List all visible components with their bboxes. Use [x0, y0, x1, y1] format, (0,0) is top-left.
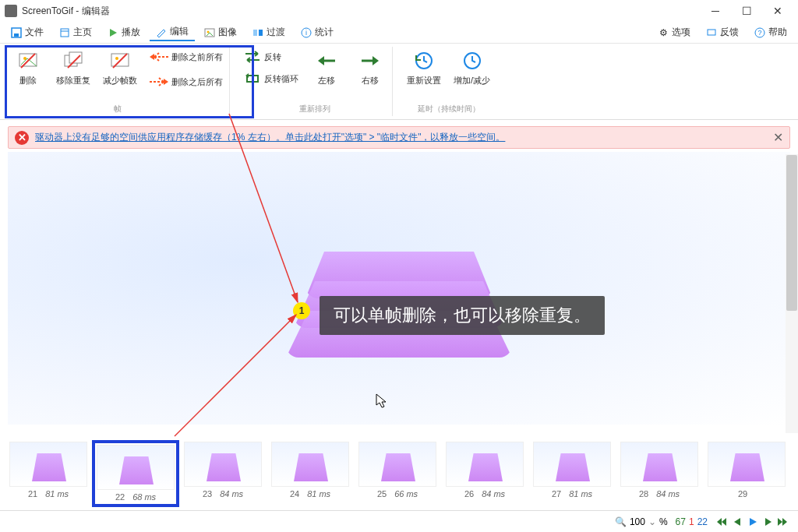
reset-button[interactable]: 重新设置 [405, 48, 443, 88]
image-icon [204, 27, 215, 38]
app-icon [5, 5, 17, 17]
thumb-image [184, 442, 262, 487]
inc-dec-button[interactable]: 增加/减少 [452, 48, 492, 88]
warning-bar: ✕ 驱动器上没有足够的空间供应用程序存储缓存（1% 左右）。单击此处打开"选项"… [8, 126, 790, 149]
thumb-26[interactable]: 2684 ms [441, 440, 528, 507]
nav-buttons [715, 516, 790, 528]
feedback-icon [706, 27, 717, 38]
menu-stats[interactable]: i统计 [295, 24, 340, 41]
warning-close-button[interactable]: ✕ [773, 130, 783, 145]
prev-button[interactable] [731, 516, 743, 528]
remove-duplicates-button[interactable]: 移除重复 [55, 48, 92, 88]
menu-image[interactable]: 图像 [198, 24, 243, 41]
clock-adjust-icon [461, 50, 483, 72]
thumb-image [97, 445, 175, 490]
thumb-27[interactable]: 2781 ms [528, 440, 616, 507]
menu-feedback[interactable]: 反馈 [700, 24, 745, 41]
svg-marker-36 [750, 518, 757, 526]
thumb-21[interactable]: 2181 ms [5, 440, 92, 507]
preview-vscrollbar[interactable] [786, 154, 798, 433]
group-label-frame: 帧 [114, 104, 122, 115]
svg-marker-26 [318, 56, 324, 65]
preview-area[interactable] [8, 152, 790, 425]
ribbon-group-rearrange: 反转 反转循环 左移 右移 重新排列 [238, 47, 393, 116]
save-icon [11, 27, 22, 38]
delete-button[interactable]: 删除 [11, 48, 45, 88]
svg-rect-8 [259, 30, 263, 36]
thumb-24[interactable]: 2481 ms [267, 440, 354, 507]
minimize-button[interactable]: ─ [700, 0, 731, 22]
svg-point-6 [207, 30, 210, 33]
home-icon [59, 27, 70, 38]
next-button[interactable] [762, 516, 775, 528]
menu-home[interactable]: 主页 [53, 24, 98, 41]
ribbon-group-delay: 重新设置 增加/减少 延时（持续时间） [401, 47, 496, 116]
thumb-25[interactable]: 2566 ms [354, 440, 441, 507]
thumb-image [620, 442, 698, 487]
svg-marker-37 [765, 518, 772, 526]
options-icon: ⚙ [658, 27, 669, 38]
thumb-23[interactable]: 2384 ms [179, 440, 267, 507]
reduce-frames-button[interactable]: 减少帧数 [101, 48, 139, 88]
clock-reset-icon [413, 50, 435, 72]
annotation-text: 可以单帧删除，也可以移除重复。 [320, 296, 605, 335]
play-icon [108, 27, 118, 38]
delete-after-button[interactable]: 删除之后所有 [148, 73, 224, 90]
play-status-button[interactable] [747, 516, 759, 528]
stats-icon: i [301, 27, 312, 38]
svg-point-21 [115, 57, 118, 60]
svg-text:?: ? [757, 29, 761, 37]
warning-link[interactable]: 驱动器上没有足够的空间供应用程序存储缓存（1% 左右）。单击此处打开"选项" >… [35, 131, 767, 144]
thumb-image [9, 442, 87, 487]
window-title: ScreenToGif - 编辑器 [22, 5, 700, 18]
svg-marker-39 [782, 518, 787, 526]
edit-icon [156, 26, 167, 37]
first-button[interactable] [715, 516, 728, 528]
thumb-image [446, 442, 524, 487]
ribbon-group-frame: 删除 移除重复 减少帧数 删除之前所有 删除之后所有 帧 [6, 47, 230, 116]
svg-marker-27 [373, 56, 379, 65]
svg-marker-33 [722, 518, 726, 526]
thumb-22[interactable]: 2268 ms [92, 440, 179, 507]
reduce-icon [109, 50, 131, 72]
arrow-right-icon [150, 75, 168, 89]
menu-help[interactable]: ?帮助 [748, 24, 793, 41]
ribbon: 删除 移除重复 减少帧数 删除之前所有 删除之后所有 帧 反转 反转循环 左移 … [0, 44, 798, 120]
svg-rect-2 [61, 29, 69, 37]
titlebar: ScreenToGif - 编辑器 ─ ☐ ✕ [0, 0, 798, 22]
move-right-icon [359, 50, 381, 72]
menu-transition[interactable]: 过渡 [246, 24, 291, 41]
group-label-rearrange: 重新排列 [299, 104, 330, 115]
move-left-button[interactable]: 左移 [309, 48, 344, 88]
reverse-button[interactable]: 反转 [242, 48, 300, 65]
maximize-button[interactable]: ☐ [731, 0, 762, 22]
thumbnail-strip[interactable]: 2181 ms 2268 ms 2384 ms 2481 ms 2566 ms … [5, 440, 793, 507]
move-right-button[interactable]: 右移 [353, 48, 387, 88]
window-controls: ─ ☐ ✕ [700, 0, 793, 22]
reverse-loop-button[interactable]: 反转循环 [242, 70, 300, 87]
svg-marker-23 [150, 54, 154, 60]
error-icon: ✕ [15, 131, 29, 145]
svg-marker-34 [717, 518, 722, 526]
delete-before-button[interactable]: 删除之前所有 [148, 48, 224, 65]
svg-rect-11 [708, 30, 715, 35]
menu-play[interactable]: 播放 [101, 24, 147, 41]
svg-rect-7 [253, 30, 257, 36]
last-button[interactable] [778, 516, 790, 528]
thumb-29[interactable]: 29 [703, 440, 790, 507]
reverse-icon [244, 50, 261, 64]
zoom-dropdown-icon[interactable]: ⌄ [648, 516, 656, 527]
reverse-loop-icon [244, 72, 261, 86]
svg-text:i: i [305, 29, 307, 37]
menu-edit[interactable]: 编辑 [150, 23, 195, 41]
svg-rect-1 [14, 33, 19, 37]
menubar: 文件 主页 播放 编辑 图像 过渡 i统计 ⚙选项 反馈 ?帮助 [0, 22, 798, 44]
zoom-display[interactable]: 🔍 100 ⌄ % [615, 516, 668, 527]
arrow-left-icon [150, 50, 168, 64]
thumb-28[interactable]: 2884 ms [616, 440, 703, 507]
close-button[interactable]: ✕ [762, 0, 793, 22]
menu-options[interactable]: ⚙选项 [651, 24, 697, 41]
svg-marker-38 [778, 518, 782, 526]
thumb-image [708, 442, 786, 487]
menu-file[interactable]: 文件 [5, 24, 50, 41]
